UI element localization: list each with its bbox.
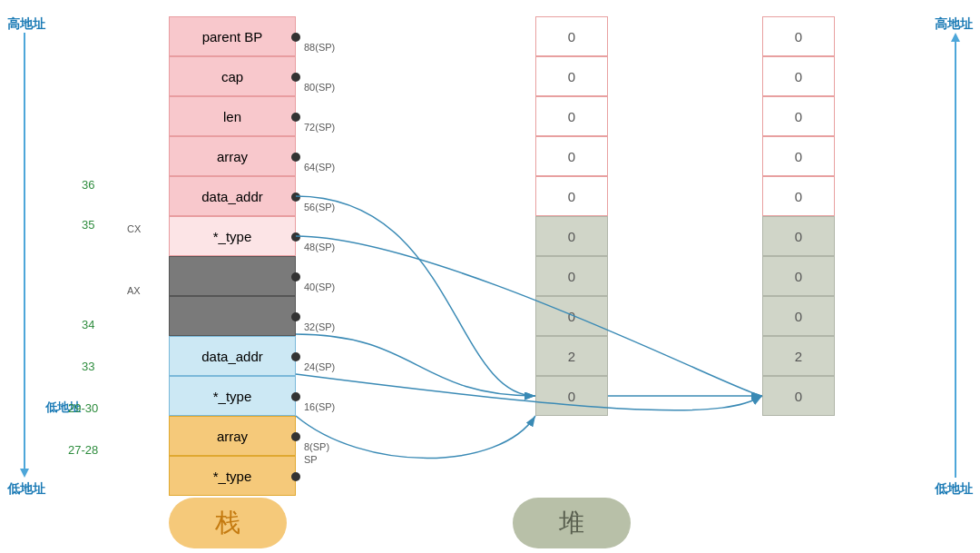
- num-35: 35: [82, 218, 94, 232]
- sp-56: 56(SP): [304, 176, 335, 216]
- low-addr-left: 低地址: [7, 481, 45, 498]
- stack-column: parent BP cap len array data_addr *_type: [169, 16, 296, 496]
- heap-label-pill: 堆: [513, 498, 631, 548]
- sp-8: 8(SP): [304, 416, 335, 456]
- sp-24: 24(SP): [304, 336, 335, 376]
- heap2-cell-5: 0: [762, 216, 835, 256]
- heap1-cell-7: 0: [535, 296, 608, 336]
- heap1-column: 0 0 0 0 0 0 0 0 2 0: [535, 16, 608, 416]
- heap2-cell-4: 0: [762, 176, 835, 216]
- heap1-cell-2: 0: [535, 96, 608, 136]
- stack-cell-cap: cap: [169, 56, 296, 96]
- sp-32: 32(SP): [304, 296, 335, 336]
- stack-cell-parent-bp: parent BP: [169, 16, 296, 56]
- cx-label: CX: [127, 223, 141, 234]
- heap2-cell-7: 0: [762, 296, 835, 336]
- heap1-cell-3: 0: [535, 136, 608, 176]
- low-addr-right: 低地址: [935, 481, 973, 498]
- ax-label: AX: [127, 285, 141, 296]
- num-36: 36: [82, 178, 94, 192]
- heap2-cell-6: 0: [762, 256, 835, 296]
- sp-80: 80(SP): [304, 56, 335, 96]
- heap2-column: 0 0 0 0 0 0 0 0 2 0: [762, 16, 835, 416]
- heap1-cell-4: 0: [535, 176, 608, 216]
- sp-16: 16(SP): [304, 376, 335, 416]
- heap2-cell-9: 0: [762, 376, 835, 416]
- stack-cell-array-top: array: [169, 136, 296, 176]
- sp-48: 48(SP): [304, 216, 335, 256]
- heap2-cell-8: 2: [762, 336, 835, 376]
- sp-labels: 88(SP) 80(SP) 72(SP) 64(SP) 56(SP) 48(SP…: [304, 16, 335, 465]
- stack-cell-data-addr-top: data_addr: [169, 176, 296, 216]
- heap2-cell-0: 0: [762, 16, 835, 56]
- num-33: 33: [82, 360, 94, 373]
- sp-40: 40(SP): [304, 256, 335, 296]
- heap1-cell-0: 0: [535, 16, 608, 56]
- stack-cell-type-top: *_type: [169, 216, 296, 256]
- num-27-28: 27-28: [68, 443, 98, 457]
- sp-64: 64(SP): [304, 136, 335, 176]
- heap1-cell-6: 0: [535, 256, 608, 296]
- heap2-cell-3: 0: [762, 136, 835, 176]
- stack-cell-type-bottom-blue: *_type: [169, 376, 296, 416]
- stack-cell-data-addr-bottom: data_addr: [169, 336, 296, 376]
- sp-88: 88(SP): [304, 16, 335, 56]
- right-arrow-container: [951, 33, 960, 478]
- stack-cell-type-orange: *_type: [169, 456, 296, 496]
- sp-0: SP: [304, 456, 335, 465]
- heap1-cell-5: 0: [535, 216, 608, 256]
- heap1-cell-1: 0: [535, 56, 608, 96]
- left-arrow-container: [20, 33, 29, 478]
- stack-cell-len: len: [169, 96, 296, 136]
- heap1-cell-8: 2: [535, 336, 608, 376]
- sp-72: 72(SP): [304, 96, 335, 136]
- heap2-cell-1: 0: [762, 56, 835, 96]
- num-29-30: 29-30: [68, 401, 98, 415]
- high-addr-right: 高地址: [935, 16, 973, 33]
- stack-cell-array-bottom: array: [169, 416, 296, 456]
- diagram: 高地址 高地址 低地址 低地址 parent BP cap len array: [0, 0, 980, 553]
- stack-label-pill: 栈: [169, 498, 287, 548]
- high-addr-left: 高地址: [7, 16, 45, 33]
- num-34: 34: [82, 318, 94, 331]
- stack-cell-dark1: [169, 256, 296, 296]
- heap2-cell-2: 0: [762, 96, 835, 136]
- stack-cell-dark2: [169, 296, 296, 336]
- heap1-cell-9: 0: [535, 376, 608, 416]
